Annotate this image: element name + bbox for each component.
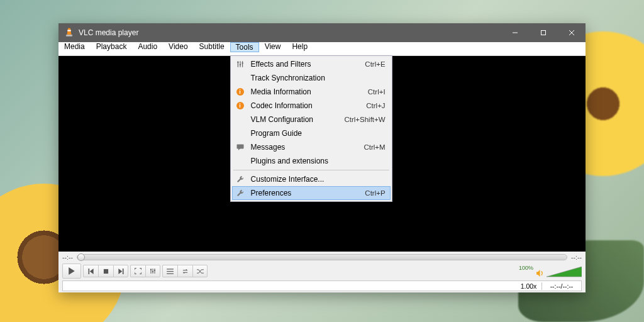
blank-icon [235,72,246,84]
menu-item-shortcut: Ctrl+J [366,102,385,109]
svg-marker-14 [238,148,240,150]
menu-item-label: Plugins and extensions [251,157,386,165]
menu-item-label: Media Information [251,87,368,96]
menu-item-label: Program Guide [251,129,386,138]
menu-item-effects-and-filters[interactable]: Effects and FiltersCtrl+E [232,57,391,71]
seek-slider[interactable] [77,254,567,260]
svg-rect-26 [154,270,155,271]
menu-item-preferences[interactable]: PreferencesCtrl+P [232,186,391,200]
svg-rect-24 [150,269,152,270]
menu-item-label: Messages [251,143,364,152]
fullscreen-button[interactable] [130,265,145,277]
menu-subtitle[interactable]: Subtitle [194,42,230,51]
svg-rect-20 [123,269,124,274]
menu-item-messages[interactable]: MessagesCtrl+M [232,140,391,154]
previous-button[interactable] [83,265,98,277]
remaining-time: --:-- [571,253,582,261]
app-window: VLC media player MediaPlaybackAudioVideo… [58,23,586,292]
svg-marker-0 [67,28,71,35]
blank-icon [235,114,246,125]
menu-item-label: Preferences [251,189,365,197]
menu-help[interactable]: Help [286,42,313,51]
menu-separator [233,170,389,170]
menu-item-shortcut: Ctrl+P [365,189,385,197]
menu-item-plugins-and-extensions[interactable]: Plugins and extensions [232,154,391,168]
tools-dropdown: Effects and FiltersCtrl+ETrack Synchroni… [230,55,392,202]
menu-item-vlm-configuration[interactable]: VLM ConfigurationCtrl+Shift+W [232,113,391,126]
menu-item-label: Track Synchronization [251,74,386,82]
volume-percent: 100% [519,265,533,271]
play-button[interactable] [62,264,81,279]
menu-media[interactable]: Media [58,42,91,51]
menubar: MediaPlaybackAudioVideoSubtitleToolsEffe… [58,42,586,56]
playlist-button[interactable] [162,265,177,277]
menu-item-media-information[interactable]: iMedia InformationCtrl+I [232,85,391,99]
extended-settings-button[interactable] [145,265,160,277]
titlebar[interactable]: VLC media player [58,23,586,42]
svg-rect-4 [541,31,545,35]
sliders-icon [235,58,246,70]
messages-icon [235,142,246,153]
menu-item-label: Effects and Filters [251,60,365,69]
menu-item-program-guide[interactable]: Program Guide [232,126,391,140]
svg-marker-17 [89,269,93,274]
close-button[interactable] [557,23,586,42]
svg-rect-25 [152,271,153,272]
svg-rect-2 [66,35,72,36]
svg-rect-11 [239,64,240,65]
seek-handle[interactable] [77,253,85,261]
menu-playback[interactable]: Playback [91,42,133,51]
playback-speed[interactable]: 1.00x [516,282,542,290]
menu-item-label: VLM Configuration [251,115,345,124]
wrench-icon [235,187,246,199]
status-bar: 1.00x --:--/--:-- [62,280,582,291]
volume-slider[interactable] [547,266,582,277]
menu-view[interactable]: View [259,42,287,51]
menu-item-shortcut: Ctrl+I [368,88,386,96]
info-icon: i [235,86,246,97]
menu-item-label: Customize Interface... [251,175,386,184]
svg-marker-30 [547,267,582,277]
window-title: VLC media player [79,28,501,37]
menu-item-shortcut: Ctrl+Shift+W [344,116,385,123]
elapsed-time: --:-- [62,253,73,261]
wrench-icon [235,174,246,185]
next-button[interactable] [113,265,128,277]
menu-item-track-synchronization[interactable]: Track Synchronization [232,71,391,85]
menu-video[interactable]: Video [163,42,193,51]
stop-button[interactable] [98,265,113,277]
menu-item-shortcut: Ctrl+M [364,143,385,151]
app-icon [64,27,75,38]
menu-tools[interactable]: Tools [230,42,259,52]
maximize-button[interactable] [529,23,557,42]
shuffle-button[interactable] [192,265,208,277]
info-icon: i [235,100,246,111]
speaker-icon[interactable] [536,269,544,277]
svg-rect-16 [88,269,89,274]
svg-marker-15 [69,267,75,275]
controls-panel: --:-- --:-- 100% [58,252,586,292]
svg-rect-10 [237,62,238,62]
loop-button[interactable] [177,265,192,277]
blank-icon [235,128,246,139]
minimize-button[interactable] [501,23,529,42]
svg-rect-12 [242,63,243,64]
menu-item-label: Codec Information [251,101,367,110]
blank-icon [235,155,246,167]
svg-rect-18 [104,269,108,273]
svg-rect-1 [67,30,70,31]
svg-marker-19 [118,269,122,274]
status-time: --:--/--:-- [542,282,581,290]
menu-item-codec-information[interactable]: iCodec InformationCtrl+J [232,99,391,113]
menu-audio[interactable]: Audio [132,42,163,51]
svg-rect-13 [236,144,243,148]
menu-item-shortcut: Ctrl+E [365,60,385,68]
menu-item-customize-interface[interactable]: Customize Interface... [232,172,391,186]
